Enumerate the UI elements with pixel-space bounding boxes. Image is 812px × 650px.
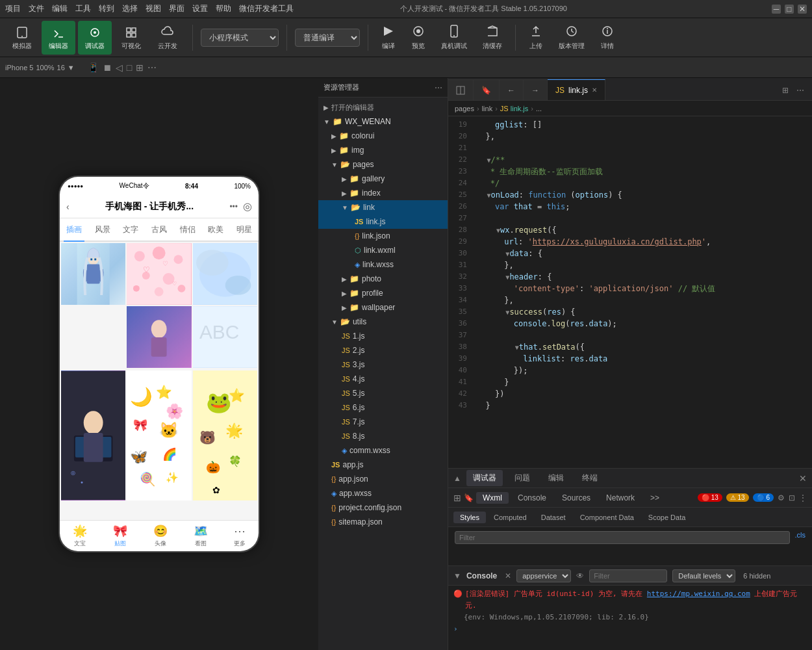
bc-pages[interactable]: pages xyxy=(455,105,474,112)
devtools-tab-edit[interactable]: 编辑 xyxy=(542,470,570,486)
bottom-nav-sticker[interactable]: 🎀 贴图 xyxy=(113,524,127,548)
inner-tab-icon[interactable]: 🔖 xyxy=(464,493,474,502)
folder-gallery[interactable]: ▶ 📁 gallery xyxy=(318,172,448,186)
nav-forward-icon[interactable]: → xyxy=(524,79,548,100)
nav-back-icon[interactable]: ← xyxy=(500,79,524,100)
inner-tab-console[interactable]: Console xyxy=(511,491,553,505)
maximize-button[interactable]: □ xyxy=(785,5,794,14)
file-project-config[interactable]: {} project.config.json xyxy=(318,500,448,515)
phone-img-5[interactable]: ABC xyxy=(193,306,257,368)
log-level-select[interactable]: Default levels xyxy=(672,569,735,582)
phone-img-8[interactable]: 🐸 ⭐ 🐻 🌟 🎃 🍀 ✿ xyxy=(193,370,257,500)
folder-profile[interactable]: ▶ 📁 profile xyxy=(318,286,448,300)
phone-img-2[interactable]: ♡ ♡ ♡ xyxy=(127,243,191,305)
menu-item-edit[interactable]: 编辑 xyxy=(52,3,68,14)
phone-search-icon[interactable]: ◎ xyxy=(243,200,252,213)
menu-item-wechat[interactable]: 微信开发者工具 xyxy=(239,3,294,14)
file-comm-wxss[interactable]: ◈ comm.wxss xyxy=(318,443,448,458)
styles-tab-component[interactable]: Component Data xyxy=(574,512,641,523)
file-sitemap[interactable]: {} sitemap.json xyxy=(318,515,448,529)
editor-more-icon[interactable]: ⋯ xyxy=(794,81,807,100)
folder-utils[interactable]: ▼ 📂 utils xyxy=(318,315,448,329)
styles-tab-computed[interactable]: Computed xyxy=(487,512,533,523)
close-button[interactable]: ✕ xyxy=(798,5,807,14)
file-2js[interactable]: JS 2.js xyxy=(318,343,448,358)
clear-storage-button[interactable]: 清缓存 xyxy=(477,21,507,53)
menu-item-help[interactable]: 帮助 xyxy=(216,3,231,14)
inner-tab-wxml[interactable]: Wxml xyxy=(476,492,509,504)
minimize-button[interactable]: ─ xyxy=(772,5,781,14)
menu-item-tool[interactable]: 工具 xyxy=(75,3,91,14)
screen-icon[interactable]: ⊞ xyxy=(136,62,144,73)
file-3js[interactable]: JS 3.js xyxy=(318,358,448,372)
phone-img-6[interactable]: ◎ ● xyxy=(61,370,125,500)
phone-icon[interactable]: 📱 xyxy=(88,62,99,73)
menu-item-goto[interactable]: 转到 xyxy=(99,3,114,14)
back-icon[interactable]: ◁ xyxy=(116,62,123,73)
bottom-nav-avatar[interactable]: 😊 头像 xyxy=(153,524,168,548)
cls-button[interactable]: .cls xyxy=(795,531,806,562)
menu-item-settings[interactable]: 设置 xyxy=(192,3,208,14)
panel-icon[interactable]: ⊞ xyxy=(453,493,461,503)
menu-item-select[interactable]: 选择 xyxy=(122,3,138,14)
file-5js[interactable]: JS 5.js xyxy=(318,386,448,400)
debugger-button[interactable]: 调试器 xyxy=(78,21,112,55)
console-filter-input[interactable] xyxy=(589,569,667,582)
devtools-tab-issues[interactable]: 问题 xyxy=(508,470,537,486)
folder-index[interactable]: ▶ 📁 index xyxy=(318,186,448,200)
explorer-more-btn[interactable]: ⋯ xyxy=(435,83,442,92)
file-7js[interactable]: JS 7.js xyxy=(318,415,448,429)
settings-icon[interactable]: ⚙ xyxy=(778,493,785,502)
compile-button[interactable]: 编译 xyxy=(376,21,401,53)
phone-img-4[interactable] xyxy=(127,306,191,368)
phone-img-1[interactable] xyxy=(61,243,125,305)
folder-wallpaper[interactable]: ▶ 📁 wallpaper xyxy=(318,300,448,315)
bc-more[interactable]: ... xyxy=(536,105,542,112)
code-content[interactable]: gglist: [] }, ▼/** * 生命周期函数--监听页面加载 */ ▼… xyxy=(471,116,812,468)
file-link-wxss[interactable]: ◈ link.wxss xyxy=(318,257,448,272)
bc-link[interactable]: link xyxy=(482,105,493,112)
version-mgmt-button[interactable]: 版本管理 xyxy=(553,21,590,53)
detail-button[interactable]: 详情 xyxy=(595,21,620,53)
file-appjs[interactable]: JS app.js xyxy=(318,458,448,472)
file-link-json[interactable]: {} link.json xyxy=(318,229,448,243)
stop-icon[interactable]: ⏹ xyxy=(103,62,112,73)
tab-scenery[interactable]: 风景 xyxy=(92,219,113,240)
menu-item-view[interactable]: 视图 xyxy=(146,3,161,14)
file-8js[interactable]: JS 8.js xyxy=(318,429,448,443)
bc-file-js[interactable]: JS link.js xyxy=(500,105,528,112)
tab-western[interactable]: 欧美 xyxy=(205,219,226,240)
styles-tab-scope[interactable]: Scope Data xyxy=(642,512,692,523)
styles-tab-dataset[interactable]: Dataset xyxy=(535,512,572,523)
appservice-selector[interactable]: appservice xyxy=(516,569,571,582)
tab-star[interactable]: 明星 xyxy=(234,219,255,240)
inner-tab-more[interactable]: >> xyxy=(644,491,666,505)
styles-filter-input[interactable] xyxy=(455,531,790,544)
menu-item-interface[interactable]: 界面 xyxy=(169,3,184,14)
open-editors-section[interactable]: ▶ 打开的编辑器 xyxy=(318,100,448,114)
devtools-close-icon[interactable]: ✕ xyxy=(799,473,807,484)
editor-button[interactable]: 编辑器 xyxy=(42,21,75,55)
console-close-icon[interactable]: ✕ xyxy=(505,571,511,580)
cloud-button[interactable]: 云开发 xyxy=(151,21,184,55)
file-4js[interactable]: JS 4.js xyxy=(318,372,448,386)
devtools-tab-terminal[interactable]: 终端 xyxy=(576,470,604,486)
tab-chua[interactable]: 插画 xyxy=(64,219,84,242)
devtools-more-icon[interactable]: ⋮ xyxy=(799,493,807,502)
folder-colorui[interactable]: ▶ 📁 colorui xyxy=(318,129,448,143)
styles-tab-styles[interactable]: Styles xyxy=(453,512,486,523)
menu-item-file[interactable]: 文件 xyxy=(29,3,44,14)
inner-tab-sources[interactable]: Sources xyxy=(555,491,597,505)
file-appwxss[interactable]: ◈ app.wxss xyxy=(318,486,448,500)
file-link-wxml[interactable]: ⬡ link.wxml xyxy=(318,243,448,257)
folder-photo[interactable]: ▶ 📁 photo xyxy=(318,272,448,286)
devtools-collapse-icon[interactable]: ▲ xyxy=(453,474,461,483)
menu-item-project[interactable]: 项目 xyxy=(5,3,21,14)
file-link-js[interactable]: JS link.js xyxy=(318,214,448,229)
simulator-button[interactable]: 模拟器 xyxy=(5,21,39,55)
upload-button[interactable]: 上传 xyxy=(524,21,548,53)
inner-tab-network[interactable]: Network xyxy=(600,491,641,505)
error-link-1[interactable]: https://mp.weixin.qq.com xyxy=(647,590,750,598)
phone-menu-icon[interactable]: ••• xyxy=(229,202,238,211)
preview-button[interactable]: 预览 xyxy=(406,21,431,53)
